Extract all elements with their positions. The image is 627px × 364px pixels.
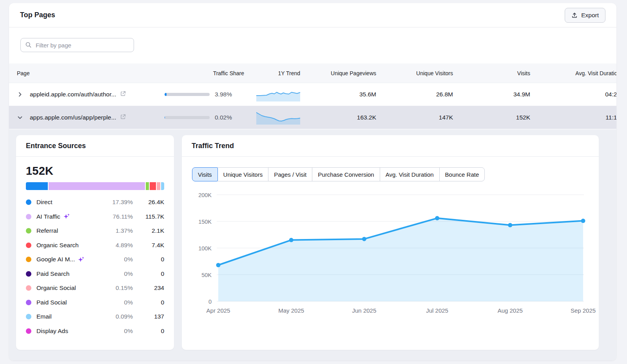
legend-dot — [26, 228, 31, 234]
traffic-trend-title: Traffic Trend — [182, 135, 599, 157]
x-axis-tick-label: May 2025 — [278, 307, 304, 314]
legend-percent: 17.39% — [105, 199, 133, 206]
y-axis-tick-label: 50K — [201, 272, 212, 278]
traffic-share-bar-fill — [165, 93, 167, 96]
legend-label-text: Paid Social — [36, 299, 67, 306]
external-link-icon[interactable] — [120, 91, 126, 98]
legend-label-text: Paid Search — [36, 270, 69, 277]
legend-label-text: Display Ads — [36, 328, 68, 335]
external-link-icon[interactable] — [120, 114, 126, 121]
tab-bounce-rate[interactable]: Bounce Rate — [439, 167, 485, 181]
column-header-traffic-share: Traffic Share — [158, 70, 244, 76]
chart-data-point[interactable] — [581, 219, 585, 223]
tab-pages-visit[interactable]: Pages / Visit — [268, 167, 312, 181]
legend-dot — [26, 328, 31, 334]
chart-data-point[interactable] — [362, 237, 366, 241]
legend-item: Organic Search4.89%7.4K — [26, 238, 164, 253]
ai-sparkle-icon — [63, 213, 70, 220]
entrance-bar-segment-referral — [146, 182, 149, 190]
expanded-row-details: Entrance Sources 152K Direct17.39%26.4KA… — [9, 129, 616, 360]
legend-percent: 4.89% — [105, 242, 133, 249]
unique-pageviews-value: 163.2K — [300, 114, 376, 121]
table-row[interactable]: apps.apple.com/us/app/perple...0.02%163.… — [9, 106, 616, 129]
legend-value: 0 — [133, 256, 164, 263]
legend-item: Referral1.37%2.1K — [26, 224, 164, 238]
legend-percent: 0% — [105, 270, 133, 277]
column-header-visits: Visits — [453, 70, 530, 76]
column-header-label: Unique Visitors — [416, 70, 453, 76]
filter-input[interactable] — [20, 38, 134, 52]
page-background: Top Pages Export — [0, 0, 627, 364]
y-axis-tick-label: 150K — [198, 219, 212, 225]
export-label: Export — [581, 12, 599, 19]
page-cell: appleid.apple.com/auth/author... — [9, 91, 158, 98]
traffic-trend-panel: Traffic Trend VisitsUnique VisitorsPages… — [182, 135, 599, 350]
traffic-share-bar — [165, 116, 210, 119]
traffic-share-cell: 0.02% — [158, 114, 244, 121]
legend-percent: 0.15% — [105, 284, 133, 292]
visits-value: 152K — [453, 114, 530, 121]
tab-visits[interactable]: Visits — [192, 167, 218, 181]
chart-data-point[interactable] — [508, 223, 512, 227]
entrance-sources-body: 152K Direct17.39%26.4KAI Traffic76.11%11… — [16, 165, 174, 338]
legend-item: Paid Social0%0 — [26, 295, 164, 310]
chart-data-point[interactable] — [435, 216, 439, 220]
legend-value: 26.4K — [133, 199, 164, 206]
legend-value: 7.4K — [133, 242, 164, 249]
legend-value: 234 — [133, 284, 164, 292]
traffic-share-value: 3.98% — [215, 91, 232, 98]
tab-unique-visitors[interactable]: Unique Visitors — [217, 167, 269, 181]
x-axis-tick-label: Jul 2025 — [426, 307, 448, 314]
chart-data-point[interactable] — [289, 238, 294, 242]
tab-purchase-conversion[interactable]: Purchase Conversion — [312, 167, 380, 181]
chevron-down-icon[interactable] — [17, 114, 23, 121]
entrance-bar-segment-email — [161, 182, 164, 190]
visits-area-chart: 050K100K150K200KApr 2025May 2025Jun 2025… — [192, 187, 599, 322]
metric-tabs: VisitsUnique VisitorsPages / VisitPurcha… — [192, 167, 589, 181]
page-link[interactable]: apps.apple.com/us/app/perple... — [30, 114, 116, 121]
filter-bar — [9, 27, 616, 63]
y-axis-tick-label: 200K — [198, 192, 212, 198]
tab-avg-visit-duration[interactable]: Avg. Visit Duration — [380, 167, 440, 181]
column-header-unique-pageviews: Unique Pageviews — [300, 70, 376, 76]
export-button[interactable]: Export — [565, 8, 605, 23]
unique-pageviews-value: 35.6M — [300, 91, 376, 98]
legend-label-text: Organic Search — [36, 242, 79, 249]
trend-cell — [244, 87, 300, 101]
column-header-label: Avg. Visit Duration — [575, 70, 616, 76]
table-body: appleid.apple.com/auth/author...3.98%35.… — [9, 83, 616, 129]
column-header-avg-visit-duration: Avg. Visit Duration — [530, 70, 616, 76]
traffic-share-bar — [165, 93, 210, 96]
legend-item: Display Ads0%0 — [26, 324, 164, 339]
page-link[interactable]: appleid.apple.com/auth/author... — [30, 91, 116, 98]
top-pages-card: Top Pages Export — [9, 3, 616, 360]
legend-dot — [26, 243, 31, 248]
x-axis-tick-label: Aug 2025 — [498, 307, 523, 314]
page-cell: apps.apple.com/us/app/perple... — [9, 114, 158, 121]
legend-label: Referral — [36, 227, 105, 234]
table-row[interactable]: appleid.apple.com/auth/author...3.98%35.… — [9, 83, 616, 106]
legend-value: 137 — [133, 313, 164, 320]
legend-percent: 0% — [105, 299, 133, 306]
column-header-page: Page — [9, 70, 158, 76]
entrance-bar-segment-ai-traffic — [49, 182, 145, 190]
column-header-label: Traffic Share — [213, 70, 244, 76]
legend-dot — [26, 285, 31, 291]
table-header-row: PageTraffic Share1Y TrendUnique Pageview… — [9, 63, 616, 83]
chart-data-point[interactable] — [216, 263, 221, 267]
x-axis-tick-label: Sep 2025 — [571, 307, 596, 314]
legend-percent: 76.11% — [105, 213, 133, 220]
chart-area-fill — [218, 218, 583, 301]
chevron-right-icon[interactable] — [17, 91, 23, 98]
entrance-bar-segment-organic-search — [150, 182, 156, 190]
trend-sparkline — [256, 87, 300, 101]
entrance-sources-title: Entrance Sources — [16, 135, 174, 157]
legend-label: Email — [36, 313, 105, 320]
legend-label: Display Ads — [36, 328, 105, 335]
legend-label-text: Referral — [36, 227, 58, 234]
page-title: Top Pages — [20, 11, 55, 19]
legend-label: Direct — [36, 199, 105, 206]
legend-value: 0 — [133, 270, 164, 277]
visits-value: 34.9M — [453, 91, 530, 98]
legend-item: Organic Social0.15%234 — [26, 281, 164, 295]
